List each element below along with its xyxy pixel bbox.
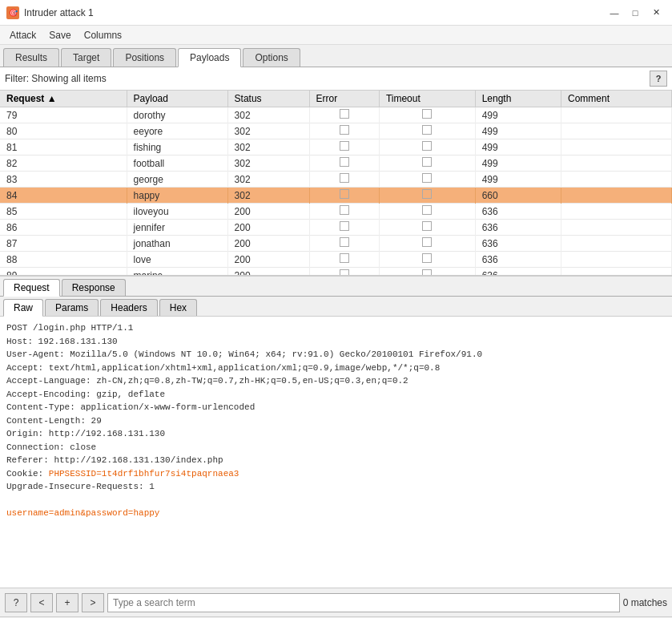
app-icon: 🎯 — [6, 6, 19, 19]
col-timeout[interactable]: Timeout — [379, 91, 475, 107]
col-error[interactable]: Error — [309, 91, 379, 107]
table-cell: dorothy — [127, 107, 227, 123]
request-line: Host: 192.168.131.130 — [6, 337, 118, 346]
table-cell: 302 — [227, 156, 309, 172]
table-row[interactable]: 84happy302660 — [0, 188, 672, 204]
col-length[interactable]: Length — [475, 91, 561, 107]
table-cell — [379, 156, 475, 172]
menu-columns[interactable]: Columns — [78, 28, 128, 42]
request-content: POST /login.php HTTP/1.1 Host: 192.168.1… — [0, 317, 672, 588]
table-cell — [379, 188, 475, 204]
table-row[interactable]: 80eeyore302499 — [0, 123, 672, 139]
close-button[interactable]: ✕ — [646, 5, 666, 21]
table-cell: 499 — [475, 172, 561, 188]
maximize-button[interactable]: □ — [626, 5, 645, 21]
col-payload[interactable]: Payload — [127, 91, 227, 107]
table-row[interactable]: 85iloveyou200636 — [0, 204, 672, 220]
table-cell — [379, 139, 475, 156]
table-cell: 200 — [227, 268, 309, 276]
tab-response[interactable]: Response — [62, 279, 126, 296]
table-cell: jonathan — [127, 236, 227, 252]
col-request[interactable]: Request ▲ — [0, 91, 127, 107]
checkbox[interactable] — [422, 237, 432, 247]
col-comment[interactable]: Comment — [561, 91, 671, 107]
table-cell — [561, 204, 671, 220]
request-line: Cookie: PHPSESSID=1t4drf1bhfur7si4tpaqrn… — [6, 469, 239, 479]
table-cell: jennifer — [127, 220, 227, 236]
table-row[interactable]: 86jennifer200636 — [0, 220, 672, 236]
checkbox[interactable] — [422, 173, 432, 183]
checkbox[interactable] — [422, 269, 432, 275]
table-row[interactable]: 79dorothy302499 — [0, 107, 672, 123]
checkbox[interactable] — [422, 253, 432, 263]
request-line: POST /login.php HTTP/1.1 — [6, 323, 133, 333]
menu-save[interactable]: Save — [42, 28, 77, 42]
tab-positions[interactable]: Positions — [113, 48, 176, 67]
table-cell — [561, 139, 671, 156]
back-button[interactable]: < — [30, 593, 53, 612]
table-row[interactable]: 82football302499 — [0, 156, 672, 172]
checkbox[interactable] — [422, 189, 432, 199]
checkbox[interactable] — [340, 109, 349, 119]
search-input[interactable] — [107, 593, 620, 612]
table-cell: 200 — [227, 236, 309, 252]
table-cell: iloveyou — [127, 204, 227, 220]
checkbox[interactable] — [340, 253, 349, 263]
table-row[interactable]: 87jonathan200636 — [0, 236, 672, 252]
tab-request[interactable]: Request — [3, 279, 60, 297]
table-cell — [309, 139, 379, 156]
table-cell: 302 — [227, 188, 309, 204]
results-table: Request ▲ Payload Status Error Timeout L… — [0, 91, 672, 275]
add-button[interactable]: + — [56, 593, 78, 612]
table-row[interactable]: 89marine200636 — [0, 268, 672, 276]
checkbox[interactable] — [422, 141, 432, 151]
inner-tab-bar: Raw Params Headers Hex — [0, 297, 672, 317]
tab-options[interactable]: Options — [243, 48, 300, 67]
checkbox[interactable] — [340, 141, 349, 151]
checkbox[interactable] — [422, 221, 432, 231]
checkbox[interactable] — [340, 157, 349, 167]
table-cell: 636 — [475, 204, 561, 220]
table-cell: 86 — [0, 220, 127, 236]
checkbox[interactable] — [340, 189, 349, 199]
table-cell: george — [127, 172, 227, 188]
tab-payloads[interactable]: Payloads — [178, 48, 241, 67]
results-table-container: Request ▲ Payload Status Error Timeout L… — [0, 91, 672, 275]
checkbox[interactable] — [422, 109, 432, 119]
bottom-toolbar: ? < + > 0 matches — [0, 588, 672, 616]
filter-help-button[interactable]: ? — [650, 71, 667, 87]
checkbox[interactable] — [340, 269, 349, 275]
tab-headers[interactable]: Headers — [100, 299, 157, 316]
checkbox[interactable] — [340, 237, 349, 247]
table-cell — [561, 107, 671, 123]
table-cell: 200 — [227, 220, 309, 236]
table-row[interactable]: 83george302499 — [0, 172, 672, 188]
tab-params[interactable]: Params — [45, 299, 99, 316]
checkbox[interactable] — [340, 125, 349, 135]
table-row[interactable]: 88love200636 — [0, 252, 672, 268]
table-cell — [561, 172, 671, 188]
minimize-button[interactable]: — — [605, 5, 624, 21]
table-cell — [379, 268, 475, 276]
tab-target[interactable]: Target — [61, 48, 111, 67]
table-cell: love — [127, 252, 227, 268]
tab-results[interactable]: Results — [3, 48, 59, 67]
filter-bar: Filter: Showing all items ? — [0, 67, 672, 91]
tab-raw[interactable]: Raw — [3, 299, 43, 317]
menu-attack[interactable]: Attack — [3, 28, 42, 42]
table-cell — [309, 252, 379, 268]
checkbox[interactable] — [422, 125, 432, 135]
table-row[interactable]: 81fishing302499 — [0, 139, 672, 156]
checkbox[interactable] — [340, 205, 349, 215]
tab-hex[interactable]: Hex — [159, 299, 197, 316]
help-button[interactable]: ? — [5, 593, 27, 612]
checkbox[interactable] — [340, 221, 349, 231]
forward-button[interactable]: > — [82, 593, 104, 612]
col-status[interactable]: Status — [227, 91, 309, 107]
checkbox[interactable] — [422, 157, 432, 167]
table-cell — [309, 123, 379, 139]
table-cell: 89 — [0, 268, 127, 276]
table-cell: 302 — [227, 172, 309, 188]
checkbox[interactable] — [340, 173, 349, 183]
checkbox[interactable] — [422, 205, 432, 215]
